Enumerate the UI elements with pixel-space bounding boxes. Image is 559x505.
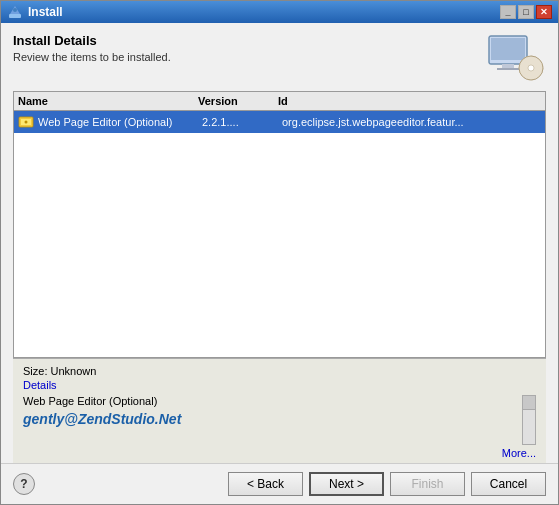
bottom-section: Size: Unknown Details Web Page Editor (O… xyxy=(13,358,546,463)
details-item-name: Web Page Editor (Optional) xyxy=(23,395,514,407)
header-section: Install Details Review the items to be i… xyxy=(13,33,546,83)
column-header-name: Name xyxy=(18,95,198,107)
watermark: gently@ZendStudio.Net xyxy=(23,411,514,427)
cancel-button[interactable]: Cancel xyxy=(471,472,546,496)
content-area: Install Details Review the items to be i… xyxy=(1,23,558,463)
svg-point-12 xyxy=(25,121,28,124)
table-header: Name Version Id xyxy=(14,92,545,111)
page-subtitle: Review the items to be installed. xyxy=(13,51,486,63)
back-button[interactable]: < Back xyxy=(228,472,303,496)
item-id: org.eclipse.jst.webpageeditor.featur... xyxy=(282,116,541,128)
details-scrollbar[interactable] xyxy=(522,395,536,445)
install-icon xyxy=(7,4,23,20)
page-title: Install Details xyxy=(13,33,486,48)
minimize-button[interactable]: _ xyxy=(500,5,516,19)
svg-rect-4 xyxy=(491,38,525,60)
button-bar: ? < Back Next > Finish Cancel xyxy=(1,463,558,504)
item-icon xyxy=(18,114,34,130)
header-icon-area xyxy=(486,33,546,83)
finish-button[interactable]: Finish xyxy=(390,472,465,496)
more-link[interactable]: More... xyxy=(23,447,536,459)
title-bar-title: Install xyxy=(28,5,63,19)
column-header-version: Version xyxy=(198,95,278,107)
svg-rect-6 xyxy=(497,68,519,70)
item-version: 2.2.1.... xyxy=(202,116,282,128)
details-link[interactable]: Details xyxy=(23,379,536,391)
svg-point-2 xyxy=(13,8,17,12)
button-bar-right: < Back Next > Finish Cancel xyxy=(228,472,546,496)
title-bar: Install _ □ ✕ xyxy=(1,1,558,23)
button-bar-left: ? xyxy=(13,473,35,495)
maximize-button[interactable]: □ xyxy=(518,5,534,19)
item-name: Web Page Editor (Optional) xyxy=(38,116,202,128)
table-body: Web Page Editor (Optional) 2.2.1.... org… xyxy=(14,111,545,357)
title-bar-controls: _ □ ✕ xyxy=(500,5,552,19)
svg-rect-0 xyxy=(9,14,21,18)
install-window: Install _ □ ✕ Install Details Review the… xyxy=(0,0,559,505)
column-header-id: Id xyxy=(278,95,541,107)
title-bar-left: Install xyxy=(7,4,63,20)
header-text: Install Details Review the items to be i… xyxy=(13,33,486,63)
monitor-cd-icon xyxy=(487,34,545,82)
help-button[interactable]: ? xyxy=(13,473,35,495)
table-row[interactable]: Web Page Editor (Optional) 2.2.1.... org… xyxy=(14,111,545,133)
size-label: Size: Unknown xyxy=(23,365,536,377)
svg-point-8 xyxy=(528,65,534,71)
svg-rect-5 xyxy=(502,64,514,68)
install-items-table: Name Version Id Web Page Editor (Optiona… xyxy=(13,91,546,358)
next-button[interactable]: Next > xyxy=(309,472,384,496)
close-button[interactable]: ✕ xyxy=(536,5,552,19)
